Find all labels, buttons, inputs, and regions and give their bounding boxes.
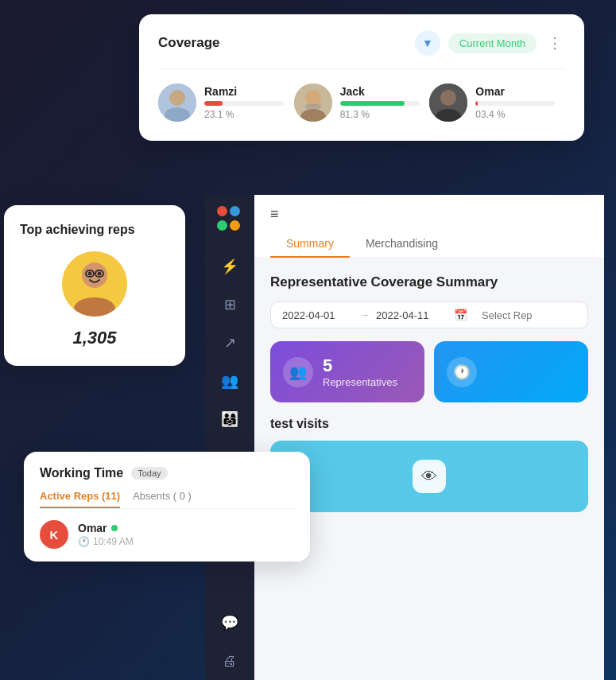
filter-icon: ▼ xyxy=(422,37,433,49)
rep-name-text: Omar xyxy=(78,522,107,534)
visits-card: 👁 xyxy=(270,441,588,512)
svg-point-8 xyxy=(440,90,456,106)
rep-time-text: 10:49 AM xyxy=(93,536,134,547)
stats-cards: 👥 5 Representatives 🕐 xyxy=(270,341,588,402)
top-rep-avatar-wrap xyxy=(20,251,169,317)
wt-tabs: Active Reps (11) Absents ( 0 ) xyxy=(40,490,294,509)
sidebar-item-users[interactable]: 👥 xyxy=(212,363,247,398)
stat-reps-label: Representatives xyxy=(323,376,397,388)
users-icon: 👥 xyxy=(221,372,238,390)
wt-title: Working Time xyxy=(40,466,123,480)
select-rep-input[interactable] xyxy=(482,309,604,321)
date-from-input[interactable] xyxy=(282,309,354,321)
svg-rect-6 xyxy=(305,104,321,109)
sidebar-item-print[interactable]: 🖨 xyxy=(212,643,247,678)
reps-row: Ramzi 23.1 % Jack xyxy=(158,84,565,122)
svg-point-13 xyxy=(88,272,92,276)
apps-icon: ⊞ xyxy=(224,296,236,313)
rep-name-omar: Omar xyxy=(475,85,555,98)
print-icon: 🖨 xyxy=(223,653,237,670)
date-arrow-icon: → xyxy=(360,309,370,321)
rep-entry-name: Omar xyxy=(78,522,134,534)
tab-summary[interactable]: Summary xyxy=(270,231,350,258)
visits-title: test visits xyxy=(270,417,588,431)
eye-icon: 👁 xyxy=(421,468,437,486)
menu-icon: ≡ xyxy=(270,206,588,223)
wt-tab-absents[interactable]: Absents ( 0 ) xyxy=(133,490,192,508)
coverage-header: Coverage ▼ Current Month ⋮ xyxy=(158,30,565,56)
progress-bar-jack xyxy=(340,101,420,106)
coverage-card: Coverage ▼ Current Month ⋮ Ramzi xyxy=(139,14,584,141)
rep-item-omar: Omar 03.4 % xyxy=(429,84,565,122)
progress-fill-omar xyxy=(475,101,478,106)
sidebar-item-activity[interactable]: ⚡ xyxy=(212,249,247,284)
top-reps-card: Top achieving reps 1,305 xyxy=(4,205,185,366)
rep-k-avatar: K xyxy=(40,520,68,549)
wt-header: Working Time Today xyxy=(40,466,294,480)
filter-button[interactable]: ▼ xyxy=(415,30,440,56)
divider xyxy=(158,68,565,69)
section-title: Representative Coverage Summary xyxy=(270,274,588,290)
current-month-button[interactable]: Current Month xyxy=(448,33,537,53)
team-icon: 👨‍👩‍👧 xyxy=(221,410,238,428)
clock-icon: 🕐 xyxy=(78,536,90,547)
progress-bar-omar xyxy=(475,101,555,106)
stat-card-time: 🕐 xyxy=(434,341,588,402)
stat-reps-info: 5 Representatives xyxy=(323,356,397,388)
sidebar-item-analytics[interactable]: ↗ xyxy=(212,325,247,360)
avatar-omar xyxy=(429,84,467,122)
logo-circle-red xyxy=(217,206,227,216)
rep-percent-ramzi: 23.1 % xyxy=(204,109,284,120)
logo-circle-yellow xyxy=(230,220,240,231)
top-rep-avatar xyxy=(62,251,127,317)
eye-icon-wrap: 👁 xyxy=(413,460,446,493)
activity-icon: ⚡ xyxy=(221,258,238,275)
rep-entry-info: Omar 🕐 10:49 AM xyxy=(78,522,134,547)
rep-initial: K xyxy=(50,528,59,542)
rep-item-jack: Jack 81.3 % xyxy=(294,84,430,122)
rep-percent-omar: 03.4 % xyxy=(475,109,555,120)
sidebar-item-messages[interactable]: 💬 xyxy=(212,605,247,640)
logo-circles xyxy=(217,206,242,231)
date-range-row: → 📅 xyxy=(270,301,588,328)
date-to-input[interactable] xyxy=(376,309,447,321)
sidebar-item-apps[interactable]: ⊞ xyxy=(212,287,247,322)
logo-circle-blue xyxy=(230,206,240,216)
rep-name-jack: Jack xyxy=(340,85,420,98)
stat-reps-icon: 👥 xyxy=(283,357,313,387)
logo-circle-green xyxy=(217,220,227,231)
rep-item-ramzi: Ramzi 23.1 % xyxy=(158,84,294,122)
rep-info-ramzi: Ramzi 23.1 % xyxy=(204,85,284,120)
coverage-header-right: ▼ Current Month ⋮ xyxy=(415,30,565,56)
wt-tab-active[interactable]: Active Reps (11) xyxy=(40,490,120,508)
rep-entry: K Omar 🕐 10:49 AM xyxy=(40,520,294,549)
rep-info-jack: Jack 81.3 % xyxy=(340,85,420,120)
svg-point-14 xyxy=(98,272,102,276)
stat-reps-num: 5 xyxy=(323,356,397,376)
svg-point-1 xyxy=(169,90,185,106)
tabs-row: Summary Merchandising xyxy=(270,231,588,258)
top-reps-title: Top achieving reps xyxy=(20,223,169,237)
svg-point-4 xyxy=(305,90,321,106)
tab-merchandising[interactable]: Merchandising xyxy=(350,231,454,258)
rep-percent-jack: 81.3 % xyxy=(340,109,420,120)
sidebar-item-team[interactable]: 👨‍👩‍👧 xyxy=(212,402,247,437)
online-dot xyxy=(111,525,118,531)
rep-info-omar: Omar 03.4 % xyxy=(475,85,555,120)
avatar-jack xyxy=(294,84,332,122)
more-button[interactable]: ⋮ xyxy=(544,34,565,52)
stat-time-icon: 🕐 xyxy=(447,357,477,387)
rep-name-ramzi: Ramzi xyxy=(204,85,284,98)
working-time-card: Working Time Today Active Reps (11) Abse… xyxy=(24,452,310,561)
progress-fill-jack xyxy=(340,101,405,106)
main-panel: ≡ Summary Merchandising Representative C… xyxy=(254,195,604,680)
top-rep-score: 1,305 xyxy=(20,328,169,348)
main-header: ≡ Summary Merchandising xyxy=(254,195,604,258)
messages-icon: 💬 xyxy=(221,614,238,631)
rep-entry-time: 🕐 10:49 AM xyxy=(78,536,134,547)
analytics-icon: ↗ xyxy=(224,334,236,352)
progress-fill-ramzi xyxy=(204,101,223,106)
avatar-ramzi xyxy=(158,84,196,122)
sidebar: ⚡ ⊞ ↗ 👥 👨‍👩‍👧 💬 🖨 xyxy=(205,195,254,680)
sidebar-logo xyxy=(215,204,244,233)
